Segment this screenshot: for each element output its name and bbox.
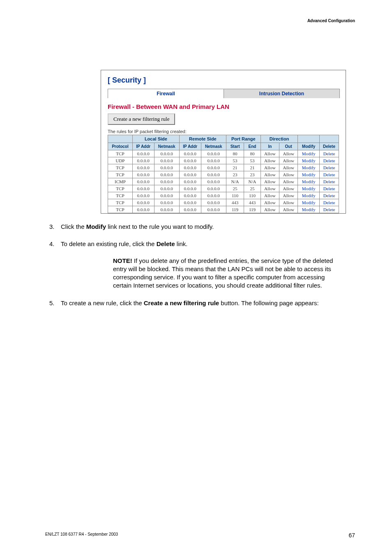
table-cell: 25 [244, 185, 261, 192]
tab-firewall[interactable]: Firewall [108, 89, 224, 98]
delete-link[interactable]: Delete [319, 185, 339, 192]
modify-link[interactable]: Modify [298, 199, 320, 206]
ch-nm-remote: Netmask [201, 143, 226, 150]
delete-link[interactable]: Delete [319, 192, 339, 199]
table-cell: 0.0.0.0 [154, 192, 179, 199]
rules-table: Local Side Remote Side Port Range Direct… [108, 135, 339, 213]
create-rule-button[interactable]: Create a new filtering rule [108, 113, 175, 125]
table-cell: 0.0.0.0 [201, 199, 226, 206]
modify-link[interactable]: Modify [298, 206, 320, 213]
table-cell: 0.0.0.0 [132, 199, 154, 206]
table-cell: 0.0.0.0 [132, 185, 154, 192]
table-row: TCP0.0.0.00.0.0.00.0.0.00.0.0.0119119All… [108, 206, 339, 213]
table-cell: 23 [244, 171, 261, 178]
modify-link[interactable]: Modify [298, 150, 320, 157]
table-cell: 0.0.0.0 [132, 157, 154, 164]
table-cell: 0.0.0.0 [154, 171, 179, 178]
table-cell: N/A [244, 178, 261, 185]
table-cell: 0.0.0.0 [179, 199, 201, 206]
table-cell: 0.0.0.0 [179, 171, 201, 178]
table-cell: 0.0.0.0 [132, 192, 154, 199]
modify-link[interactable]: Modify [298, 178, 320, 185]
gh-del [319, 135, 339, 143]
screenshot-panel: [ Security ] Firewall Intrusion Detectio… [101, 70, 346, 214]
table-cell: 0.0.0.0 [132, 150, 154, 157]
table-cell: 23 [226, 171, 244, 178]
table-cell: 53 [244, 157, 261, 164]
table-cell: 0.0.0.0 [179, 185, 201, 192]
table-cell: 0.0.0.0 [154, 199, 179, 206]
security-title: [ Security ] [108, 76, 339, 85]
table-cell: Allow [261, 171, 279, 178]
ch-modify: Modify [298, 143, 320, 150]
footer-page: 67 [348, 532, 355, 539]
table-row: UDP0.0.0.00.0.0.00.0.0.00.0.0.05353Allow… [108, 157, 339, 164]
table-cell: TCP [108, 171, 133, 178]
table-cell: TCP [108, 150, 133, 157]
table-cell: Allow [279, 178, 298, 185]
table-cell: 0.0.0.0 [179, 178, 201, 185]
step-4-num: 4. [49, 240, 61, 248]
rules-label: The rules for IP packet filtering create… [108, 129, 339, 134]
table-cell: Allow [279, 199, 298, 206]
table-cell: 0.0.0.0 [154, 185, 179, 192]
table-cell: 110 [226, 192, 244, 199]
tab-intrusion-detection[interactable]: Intrusion Detection [224, 89, 339, 98]
step-3-text: Click the Modify link next to the rule y… [61, 223, 214, 231]
table-cell: 0.0.0.0 [201, 171, 226, 178]
ch-ip-local: IP Addr [132, 143, 154, 150]
delete-link[interactable]: Delete [319, 157, 339, 164]
table-cell: N/A [226, 178, 244, 185]
gh-mod [298, 135, 320, 143]
table-cell: 0.0.0.0 [179, 150, 201, 157]
table-cell: Allow [261, 157, 279, 164]
table-cell: 0.0.0.0 [179, 192, 201, 199]
table-cell: 21 [244, 164, 261, 171]
table-cell: Allow [261, 192, 279, 199]
modify-link[interactable]: Modify [298, 157, 320, 164]
table-cell: 0.0.0.0 [201, 164, 226, 171]
table-row: TCP0.0.0.00.0.0.00.0.0.00.0.0.02121Allow… [108, 164, 339, 171]
note-block: NOTE! If you delete any of the predefine… [113, 257, 335, 290]
table-cell: 119 [226, 206, 244, 213]
table-cell: 0.0.0.0 [201, 192, 226, 199]
table-cell: Allow [279, 192, 298, 199]
table-cell: 0.0.0.0 [201, 185, 226, 192]
note-text: If you delete any of the predefined entr… [113, 257, 333, 289]
delete-link[interactable]: Delete [319, 178, 339, 185]
table-cell: TCP [108, 192, 133, 199]
table-col-header: Protocol IP Addr Netmask IP Addr Netmask… [108, 143, 339, 150]
table-row: TCP0.0.0.00.0.0.00.0.0.00.0.0.08080Allow… [108, 150, 339, 157]
table-cell: 53 [226, 157, 244, 164]
delete-link[interactable]: Delete [319, 164, 339, 171]
modify-link[interactable]: Modify [298, 185, 320, 192]
table-cell: ICMP [108, 178, 133, 185]
table-cell: Allow [261, 150, 279, 157]
table-cell: Allow [261, 178, 279, 185]
table-cell: 0.0.0.0 [132, 206, 154, 213]
delete-link[interactable]: Delete [319, 206, 339, 213]
modify-link[interactable]: Modify [298, 192, 320, 199]
table-cell: 0.0.0.0 [201, 157, 226, 164]
step-4-text: To delete an existing rule, click the De… [61, 240, 188, 248]
table-cell: Allow [279, 150, 298, 157]
step-5-num: 5. [49, 299, 61, 307]
modify-link[interactable]: Modify [298, 164, 320, 171]
delete-link[interactable]: Delete [319, 199, 339, 206]
page-footer: EN/LZT 108 6377 R4 - September 2003 67 [45, 532, 355, 539]
table-cell: 0.0.0.0 [201, 206, 226, 213]
table-cell: 21 [226, 164, 244, 171]
gh-remote: Remote Side [179, 135, 226, 143]
table-cell: 0.0.0.0 [179, 164, 201, 171]
ch-protocol: Protocol [108, 143, 133, 150]
table-cell: 119 [244, 206, 261, 213]
gh-blank [108, 135, 133, 143]
table-cell: Allow [279, 185, 298, 192]
table-cell: Allow [279, 157, 298, 164]
delete-link[interactable]: Delete [319, 171, 339, 178]
table-cell: 80 [244, 150, 261, 157]
modify-link[interactable]: Modify [298, 171, 320, 178]
table-row: TCP0.0.0.00.0.0.00.0.0.00.0.0.0443443All… [108, 199, 339, 206]
table-cell: Allow [261, 199, 279, 206]
delete-link[interactable]: Delete [319, 150, 339, 157]
